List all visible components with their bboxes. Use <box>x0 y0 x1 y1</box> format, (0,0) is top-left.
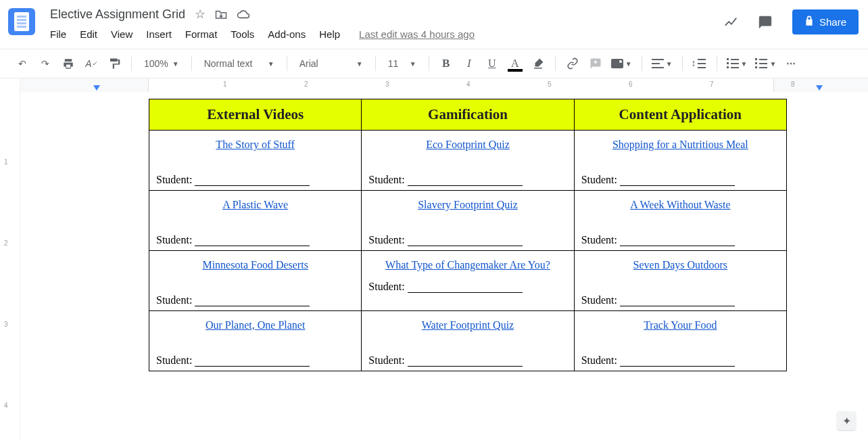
table-header: Gamification <box>362 99 574 131</box>
underline-button[interactable]: U <box>482 53 502 74</box>
fontsize-dropdown[interactable]: 11▼ <box>383 53 422 74</box>
document-page[interactable]: External Videos Gamification Content App… <box>34 92 868 441</box>
menu-tools[interactable]: Tools <box>231 28 254 40</box>
menu-edit[interactable]: Edit <box>80 28 97 40</box>
spellcheck-button[interactable]: A✓ <box>81 53 101 74</box>
hruler-tick: 5 <box>548 80 552 88</box>
insert-link-button[interactable] <box>562 53 583 74</box>
align-left-icon <box>652 59 664 68</box>
assignment-link[interactable]: Seven Days Outdoors <box>581 259 779 271</box>
hruler-tick: 6 <box>629 80 633 88</box>
vruler-tick: 1 <box>4 158 8 166</box>
menu-file[interactable]: File <box>50 28 66 40</box>
vruler-tick: 2 <box>4 239 8 247</box>
redo-button[interactable]: ↷ <box>35 53 55 74</box>
menu-view[interactable]: View <box>111 28 132 40</box>
horizontal-ruler[interactable]: 1 2 3 4 5 6 7 8 <box>20 78 868 92</box>
table-row: Minnesota Food DesertsStudent: What Type… <box>149 251 787 311</box>
numbered-list-dropdown[interactable]: ▼ <box>724 53 750 74</box>
assignment-link[interactable]: Minnesota Food Deserts <box>156 259 354 271</box>
right-indent-marker[interactable] <box>816 85 823 91</box>
undo-button[interactable]: ↶ <box>12 53 32 74</box>
table-row: Our Planet, One PlanetStudent: Water Foo… <box>149 311 787 371</box>
align-dropdown[interactable]: ▼ <box>649 53 675 74</box>
vruler-tick: 3 <box>4 321 8 328</box>
font-value: Arial <box>299 58 318 69</box>
image-icon <box>611 59 623 68</box>
italic-button[interactable]: I <box>459 53 479 74</box>
student-label: Student: <box>581 354 617 366</box>
student-label: Student: <box>156 174 192 185</box>
move-icon[interactable] <box>215 9 227 20</box>
menu-help[interactable]: Help <box>319 28 340 40</box>
toolbar: ↶ ↷ A✓ 100%▼ Normal text▼ Arial▼ 11▼ B I… <box>0 49 868 78</box>
highlight-button[interactable] <box>528 53 548 74</box>
table-row: The Story of StuffStudent: Eco Footprint… <box>149 131 787 191</box>
fontsize-value: 11 <box>388 58 399 69</box>
hruler-tick: 2 <box>304 80 308 88</box>
hruler-tick: 8 <box>791 80 795 88</box>
student-label: Student: <box>156 294 192 306</box>
bulleted-list-dropdown[interactable]: ▼ <box>752 53 779 74</box>
doc-title[interactable]: Elective Assignment Grid <box>50 7 185 22</box>
student-label: Student: <box>368 174 404 185</box>
styles-dropdown[interactable]: Normal text▼ <box>199 53 280 74</box>
add-comment-button[interactable] <box>585 53 606 74</box>
explore-button[interactable]: ✦ <box>837 411 856 430</box>
bold-button[interactable]: B <box>436 53 456 74</box>
docs-logo[interactable] <box>8 8 35 35</box>
hruler-tick: 7 <box>710 80 714 88</box>
more-toolbar-button[interactable]: ⋯ <box>781 53 802 74</box>
menu-format[interactable]: Format <box>185 28 218 40</box>
student-label: Student: <box>581 174 617 185</box>
share-label: Share <box>819 16 846 28</box>
vruler-tick: 4 <box>4 402 8 409</box>
share-button[interactable]: Share <box>792 9 859 34</box>
assignment-link[interactable]: Track Your Food <box>581 319 779 331</box>
last-edit-link[interactable]: Last edit was 4 hours ago <box>359 28 475 40</box>
menu-insert[interactable]: Insert <box>146 28 172 40</box>
assignment-link[interactable]: What Type of Changemaker Are You? <box>368 259 566 271</box>
assignment-link[interactable]: Our Planet, One Planet <box>156 319 354 331</box>
assignment-link[interactable]: Eco Footprint Quiz <box>368 139 566 151</box>
student-label: Student: <box>368 234 404 246</box>
assignment-table: External Videos Gamification Content App… <box>149 99 787 371</box>
hruler-tick: 3 <box>385 80 389 88</box>
student-label: Student: <box>156 234 192 246</box>
paint-format-button[interactable] <box>104 53 124 74</box>
assignment-link[interactable]: A Week Without Waste <box>581 199 779 211</box>
line-spacing-button[interactable] <box>690 53 710 74</box>
hruler-tick: 4 <box>466 80 471 88</box>
left-indent-marker[interactable] <box>93 85 100 91</box>
student-label: Student: <box>581 294 617 306</box>
cloud-status-icon[interactable] <box>237 9 250 20</box>
student-label: Student: <box>368 281 404 292</box>
student-label: Student: <box>581 234 617 246</box>
activity-icon[interactable] <box>723 15 738 30</box>
font-dropdown[interactable]: Arial▼ <box>294 53 368 74</box>
workspace: 1 2 3 4 1 2 3 4 5 6 7 8 External Videos … <box>0 78 868 441</box>
assignment-link[interactable]: Slavery Footprint Quiz <box>368 199 566 211</box>
insert-image-button[interactable]: ▼ <box>608 53 635 74</box>
vertical-ruler[interactable]: 1 2 3 4 <box>0 78 20 441</box>
comments-icon[interactable] <box>757 15 773 30</box>
assignment-link[interactable]: A Plastic Wave <box>156 199 354 211</box>
menu-addons[interactable]: Add-ons <box>268 28 306 40</box>
print-button[interactable] <box>58 53 78 74</box>
student-label: Student: <box>368 354 404 366</box>
styles-value: Normal text <box>204 58 253 69</box>
hruler-tick: 1 <box>223 80 227 88</box>
assignment-link[interactable]: Shopping for a Nutritious Meal <box>581 139 779 151</box>
menubar: File Edit View Insert Format Tools Add-o… <box>50 28 475 40</box>
numbered-list-icon <box>727 59 739 68</box>
bulleted-list-icon <box>755 59 767 68</box>
assignment-link[interactable]: The Story of Stuff <box>156 139 354 151</box>
zoom-dropdown[interactable]: 100%▼ <box>139 53 185 74</box>
table-header: External Videos <box>149 99 362 131</box>
assignment-link[interactable]: Water Footprint Quiz <box>368 319 566 331</box>
text-color-button[interactable]: A <box>505 53 525 74</box>
titlebar: Elective Assignment Grid ☆ File Edit Vie… <box>0 0 868 49</box>
star-icon[interactable]: ☆ <box>195 8 206 20</box>
table-header: Content Application <box>574 99 786 131</box>
lock-icon <box>804 16 814 28</box>
